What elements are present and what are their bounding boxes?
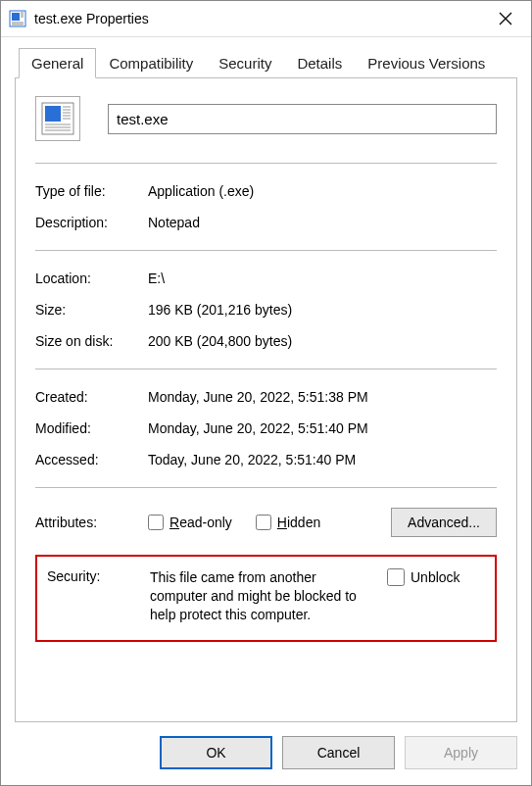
apply-button[interactable]: Apply: [405, 736, 517, 769]
type-label: Type of file:: [35, 183, 148, 199]
tab-strip: General Compatibility Security Details P…: [1, 37, 531, 77]
separator: [35, 368, 497, 369]
close-button[interactable]: [486, 5, 525, 32]
tab-details[interactable]: Details: [284, 48, 355, 78]
size-value: 196 KB (201,216 bytes): [148, 302, 497, 318]
separator: [35, 487, 497, 488]
cancel-button[interactable]: Cancel: [282, 736, 395, 769]
readonly-checkbox-input[interactable]: [148, 515, 164, 530]
size-label: Size:: [35, 302, 148, 318]
separator: [35, 250, 497, 251]
dialog-button-bar: OK Cancel Apply: [1, 722, 531, 785]
hidden-checkbox[interactable]: Hidden: [256, 515, 320, 530]
security-label: Security:: [47, 568, 150, 624]
unblock-checkbox-input[interactable]: [387, 568, 405, 586]
app-icon: [9, 10, 26, 27]
created-value: Monday, June 20, 2022, 5:51:38 PM: [148, 389, 497, 405]
size-on-disk-label: Size on disk:: [35, 333, 148, 349]
separator: [35, 163, 497, 164]
filename-input[interactable]: [108, 104, 497, 134]
location-label: Location:: [35, 270, 148, 286]
svg-rect-10: [45, 106, 61, 122]
tab-previous-versions[interactable]: Previous Versions: [355, 48, 498, 78]
modified-value: Monday, June 20, 2022, 5:51:40 PM: [148, 420, 497, 436]
location-value: E:\: [148, 270, 497, 286]
general-panel: Type of file: Application (.exe) Descrip…: [15, 77, 517, 722]
tab-general[interactable]: General: [19, 48, 96, 78]
titlebar: test.exe Properties: [1, 1, 531, 37]
advanced-button[interactable]: Advanced...: [391, 508, 497, 537]
readonly-checkbox[interactable]: Read-only: [148, 515, 232, 530]
file-icon: [35, 96, 80, 141]
type-value: Application (.exe): [148, 183, 497, 199]
ok-button[interactable]: OK: [160, 736, 272, 769]
tab-compatibility[interactable]: Compatibility: [96, 48, 206, 78]
accessed-value: Today, June 20, 2022, 5:51:40 PM: [148, 452, 497, 467]
hidden-label: Hidden: [277, 515, 320, 530]
description-value: Notepad: [148, 215, 497, 230]
attributes-label: Attributes:: [35, 515, 148, 530]
unblock-checkbox[interactable]: Unblock: [387, 568, 460, 586]
modified-label: Modified:: [35, 420, 148, 436]
readonly-label: Read-only: [169, 515, 232, 530]
close-icon: [499, 12, 512, 25]
accessed-label: Accessed:: [35, 452, 148, 467]
hidden-checkbox-input[interactable]: [256, 515, 271, 530]
svg-rect-1: [12, 13, 20, 21]
security-highlight-box: Security: This file came from another co…: [35, 555, 497, 642]
tab-security[interactable]: Security: [206, 48, 284, 78]
security-text: This file came from another computer and…: [150, 568, 387, 624]
description-label: Description:: [35, 215, 148, 230]
created-label: Created:: [35, 389, 148, 405]
unblock-label: Unblock: [411, 569, 460, 585]
size-on-disk-value: 200 KB (204,800 bytes): [148, 333, 497, 349]
window-title: test.exe Properties: [34, 11, 486, 26]
